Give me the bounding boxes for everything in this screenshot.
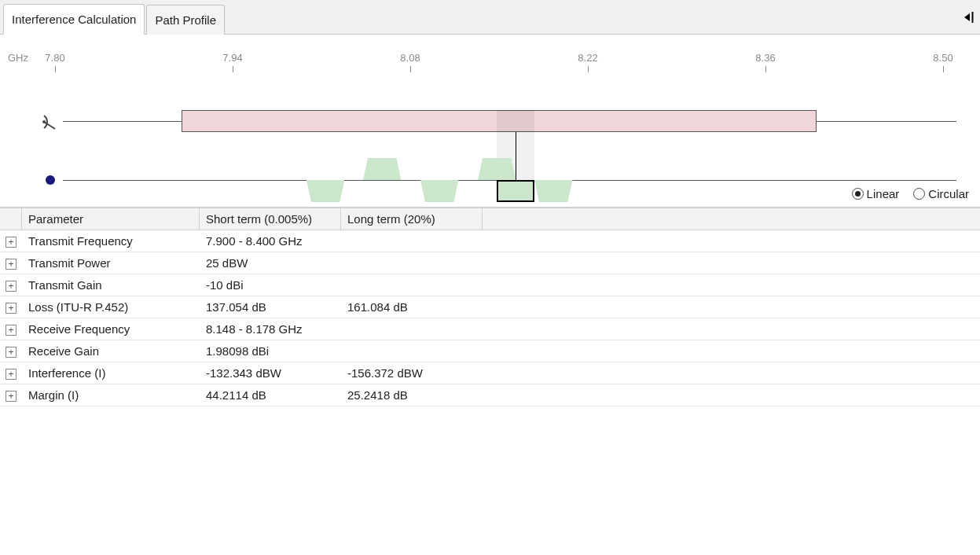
cell-spacer xyxy=(483,274,980,296)
cell-long-term: 161.084 dB xyxy=(341,296,483,318)
radio-linear-label: Linear xyxy=(867,187,900,200)
cell-spacer xyxy=(483,384,980,406)
svg-marker-4 xyxy=(306,180,344,202)
radio-circular[interactable]: Circular xyxy=(913,187,969,200)
svg-marker-5 xyxy=(363,158,401,180)
receive-channel[interactable] xyxy=(420,180,458,202)
tab-bar: Interference Calculation Path Profile xyxy=(0,0,980,35)
receive-station-icon xyxy=(46,175,55,185)
cell-long-term: -156.372 dBW xyxy=(341,362,483,384)
cell-parameter: Transmit Frequency xyxy=(22,230,200,252)
expand-button[interactable]: + xyxy=(6,237,17,248)
table-row: +Receive Gain1.98098 dBi xyxy=(0,340,980,362)
cell-long-term xyxy=(341,274,483,296)
parameter-table: Parameter Short term (0.005%) Long term … xyxy=(0,208,980,406)
axis-tick-label: 8.50 xyxy=(933,52,952,64)
table-row: +Transmit Power25 dBW xyxy=(0,252,980,274)
radio-linear[interactable]: Linear xyxy=(852,187,900,200)
cell-short-term: 137.054 dB xyxy=(200,296,341,318)
polarization-selector: Linear Circular xyxy=(852,187,969,200)
cell-parameter: Interference (I) xyxy=(22,362,200,384)
axis-tick-mark xyxy=(943,66,944,72)
svg-marker-1 xyxy=(964,13,970,21)
cell-short-term: 44.2114 dB xyxy=(200,384,341,406)
expand-button[interactable]: + xyxy=(6,281,17,292)
cell-long-term: 25.2418 dB xyxy=(341,384,483,406)
cell-short-term: 1.98098 dBi xyxy=(200,340,341,362)
axis-tick-mark xyxy=(410,66,411,72)
receive-channel-selected[interactable] xyxy=(497,180,534,202)
radio-circle-icon xyxy=(913,188,925,200)
expand-button[interactable]: + xyxy=(6,347,17,358)
cell-spacer xyxy=(483,318,980,340)
cell-short-term: 8.148 - 8.178 GHz xyxy=(200,318,341,340)
cell-short-term: 7.900 - 8.400 GHz xyxy=(200,230,341,252)
svg-marker-8 xyxy=(534,180,572,202)
header-expand xyxy=(0,208,22,230)
collapse-right-icon xyxy=(964,12,974,23)
axis-tick-mark xyxy=(55,66,56,72)
axis-tick-mark xyxy=(588,66,589,72)
table-row: +Interference (I)-132.343 dBW-156.372 dB… xyxy=(0,362,980,384)
expand-button[interactable]: + xyxy=(6,369,17,380)
tab-path-profile[interactable]: Path Profile xyxy=(146,5,225,35)
axis-tick-label: 7.80 xyxy=(45,52,64,64)
cell-short-term: -10 dBi xyxy=(200,274,341,296)
receive-channel[interactable] xyxy=(363,158,401,180)
expand-button[interactable]: + xyxy=(6,303,17,314)
radio-circular-label: Circular xyxy=(928,187,969,200)
table-row: +Receive Frequency8.148 - 8.178 GHz xyxy=(0,318,980,340)
axis-tick-label: 7.94 xyxy=(222,52,242,64)
header-long-term[interactable]: Long term (20%) xyxy=(341,208,483,230)
axis-tick-label: 8.08 xyxy=(400,52,420,64)
cell-long-term xyxy=(341,230,483,252)
expand-button[interactable]: + xyxy=(6,259,17,270)
receive-channel[interactable] xyxy=(306,180,344,202)
cell-parameter: Receive Frequency xyxy=(22,318,200,340)
tab-interference-calculation[interactable]: Interference Calculation xyxy=(3,4,145,35)
cell-spacer xyxy=(483,296,980,318)
cell-parameter: Loss (ITU-R P.452) xyxy=(22,296,200,318)
cell-spacer xyxy=(483,252,980,274)
table-row: +Transmit Gain-10 dBi xyxy=(0,274,980,296)
frequency-axis: 7.807.948.088.228.368.50 xyxy=(8,52,972,69)
header-short-term[interactable]: Short term (0.005%) xyxy=(200,208,341,230)
receive-channel[interactable] xyxy=(478,158,516,180)
svg-point-3 xyxy=(42,120,46,123)
cell-parameter: Transmit Power xyxy=(22,252,200,274)
table-body: +Transmit Frequency7.900 - 8.400 GHz+Tra… xyxy=(0,230,980,406)
table-row: +Loss (ITU-R P.452)137.054 dB161.084 dB xyxy=(0,296,980,318)
expand-button[interactable]: + xyxy=(6,325,17,336)
cell-short-term: -132.343 dBW xyxy=(200,362,341,384)
cell-spacer xyxy=(483,362,980,384)
cell-long-term xyxy=(341,318,483,340)
table-row: +Margin (I)44.2114 dB25.2418 dB xyxy=(0,384,980,406)
svg-marker-7 xyxy=(478,158,516,180)
axis-tick-label: 8.22 xyxy=(578,52,597,64)
svg-marker-6 xyxy=(420,180,458,202)
table-row: +Transmit Frequency7.900 - 8.400 GHz xyxy=(0,230,980,252)
axis-tick-mark xyxy=(765,66,766,72)
frequency-chart: GHz 7.807.948.088.228.368.50 Linear Circ… xyxy=(0,35,980,208)
cell-short-term: 25 dBW xyxy=(200,252,341,274)
cell-spacer xyxy=(483,230,980,252)
antenna-icon xyxy=(39,113,58,133)
axis-tick-mark xyxy=(233,66,233,72)
expand-button[interactable]: + xyxy=(6,391,17,402)
radio-circle-icon xyxy=(852,188,864,200)
header-spacer xyxy=(483,208,980,230)
panel-collapse-button[interactable] xyxy=(961,9,977,25)
cell-parameter: Receive Gain xyxy=(22,340,200,362)
cell-parameter: Margin (I) xyxy=(22,384,200,406)
cell-spacer xyxy=(483,340,980,362)
receive-channel[interactable] xyxy=(534,180,572,202)
axis-tick-label: 8.36 xyxy=(755,52,775,64)
cell-long-term xyxy=(341,252,483,274)
cell-parameter: Transmit Gain xyxy=(22,274,200,296)
cell-long-term xyxy=(341,340,483,362)
header-parameter[interactable]: Parameter xyxy=(22,208,200,230)
table-header-row: Parameter Short term (0.005%) Long term … xyxy=(0,208,980,230)
